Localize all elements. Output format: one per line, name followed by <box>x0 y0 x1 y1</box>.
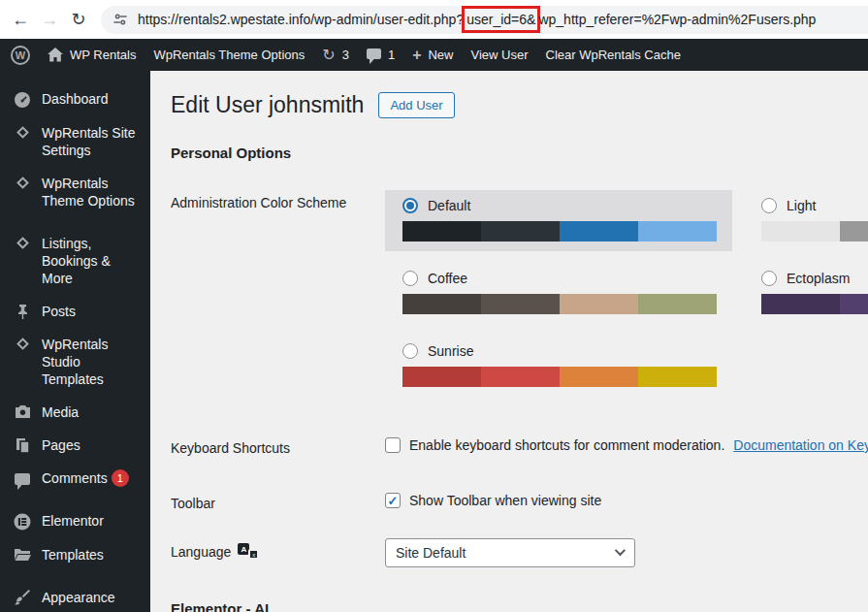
admin-bar-theme-options[interactable]: WpRentals Theme Options <box>145 39 313 71</box>
toolbar-checkbox[interactable] <box>385 493 401 508</box>
sidebar-item-dashboard[interactable]: Dashboard <box>0 82 150 116</box>
scheme-option-light[interactable]: Light <box>744 190 868 251</box>
sidebar-item-comments[interactable]: Comments1 <box>0 462 150 495</box>
sidebar-item-label: WpRentals Site Settings <box>42 124 145 159</box>
color-swatch <box>481 367 560 387</box>
sidebar-item-label: Pages <box>42 436 145 454</box>
sidebar-item-media[interactable]: Media <box>0 396 150 429</box>
new-label: New <box>428 48 453 62</box>
clear-cache-label: Clear WpRentals Cache <box>546 48 681 62</box>
tune-icon[interactable] <box>113 12 128 27</box>
screen: ← → ↻ https://rentals2.wpestate.info/wp-… <box>0 0 868 612</box>
home-icon <box>48 48 63 62</box>
radio-default[interactable] <box>402 198 418 213</box>
admin-bar-clear-cache[interactable]: Clear WpRentals Cache <box>537 39 690 71</box>
admin-bar-site-label: WP Rentals <box>70 48 136 62</box>
camera-icon <box>13 404 32 419</box>
scheme-name: Sunrise <box>428 343 473 359</box>
keyboard-shortcuts-doc-link[interactable]: Documentation on Keyboard Shortcuts <box>733 437 868 453</box>
color-swatch <box>481 221 560 242</box>
page-title-row: Edit User johnsmith Add User <box>171 92 868 118</box>
admin-bar-new[interactable]: + New <box>403 39 462 71</box>
sidebar-item-posts[interactable]: Posts <box>0 295 150 328</box>
url-prefix: https://rentals2.wpestate.info/wp-admin/… <box>138 12 464 27</box>
comments-badge: 1 <box>112 469 129 487</box>
sidebar-item-label: Listings, Bookings & More <box>42 235 145 287</box>
admin-bar-comments[interactable]: 1 <box>358 39 403 71</box>
color-swatch <box>402 221 481 242</box>
toolbar-text: Show Toolbar when viewing site <box>409 493 601 508</box>
scheme-option-default[interactable]: Default <box>385 190 732 251</box>
sidebar-item-theme-options[interactable]: WpRentals Theme Options <box>0 167 150 217</box>
diamond-icon <box>13 176 32 187</box>
scheme-swatches <box>402 367 715 387</box>
brush-icon <box>13 590 32 606</box>
sidebar-item-studio-templates[interactable]: WpRentals Studio Templates <box>0 328 150 396</box>
scheme-option-ectoplasm[interactable]: Ectoplasm <box>744 263 868 324</box>
sidebar-item-label: Comments1 <box>42 469 145 487</box>
diamond-icon <box>13 337 32 348</box>
sidebar-item-appearance[interactable]: Appearance <box>0 581 150 612</box>
admin-bar-site-name[interactable]: WP Rentals <box>39 39 145 71</box>
sidebar-item-label: Templates <box>42 546 145 564</box>
color-swatch <box>560 367 638 387</box>
page-title: Edit User johnsmith <box>171 92 364 118</box>
sidebar-item-site-settings[interactable]: WpRentals Site Settings <box>0 116 150 167</box>
elementor-ai-heading: Elementor - AI <box>171 600 868 612</box>
admin-bar-updates[interactable]: ↻ 3 <box>313 39 358 71</box>
color-swatch <box>402 294 481 314</box>
color-swatch <box>638 367 717 387</box>
radio-coffee[interactable] <box>402 271 418 286</box>
scheme-swatches <box>402 294 715 314</box>
browser-toolbar: ← → ↻ https://rentals2.wpestate.info/wp-… <box>0 0 868 39</box>
keyboard-shortcuts-checkbox[interactable] <box>385 437 401 453</box>
scheme-option-coffee[interactable]: Coffee <box>385 263 732 324</box>
radio-ectoplasm[interactable] <box>761 271 777 286</box>
scheme-name: Coffee <box>428 271 467 286</box>
reload-icon[interactable]: ↻ <box>64 5 93 34</box>
wordpress-logo-menu[interactable] <box>2 39 39 71</box>
pages-icon <box>13 437 32 454</box>
sidebar-item-label: WpRentals Theme Options <box>42 175 145 209</box>
scheme-name: Default <box>428 198 470 213</box>
chevron-down-icon <box>615 545 626 556</box>
sidebar-item-pages[interactable]: Pages <box>0 429 150 462</box>
language-select[interactable]: Site Default <box>385 538 635 567</box>
dashboard-icon <box>13 91 32 109</box>
scheme-option-sunrise[interactable]: Sunrise <box>385 336 732 397</box>
admin-sidebar: Dashboard WpRentals Site Settings WpRent… <box>0 71 150 612</box>
plus-icon: + <box>412 48 421 63</box>
radio-sunrise[interactable] <box>402 343 418 359</box>
radio-light[interactable] <box>761 198 777 213</box>
back-arrow-icon[interactable]: ← <box>6 5 35 34</box>
color-scheme-label: Administration Color Scheme <box>171 190 385 210</box>
sidebar-item-templates[interactable]: Templates <box>0 538 150 571</box>
personal-options-heading: Personal Options <box>171 145 868 161</box>
comments-count: 1 <box>388 48 395 62</box>
keyboard-shortcuts-row: Keyboard Shortcuts Enable keyboard short… <box>171 435 868 456</box>
admin-bar-view-user[interactable]: View User <box>462 39 536 71</box>
url-suffix: wp_http_referer=%2Fwp-admin%2Fusers.php <box>538 12 816 27</box>
view-user-label: View User <box>470 48 528 62</box>
color-swatch <box>761 294 840 314</box>
forward-arrow-icon[interactable]: → <box>35 5 64 34</box>
sidebar-item-elementor[interactable]: Elementor <box>0 504 150 538</box>
sidebar-item-label: WpRentals Studio Templates <box>42 336 145 388</box>
scheme-name: Ectoplasm <box>787 271 850 286</box>
url-highlight-box: user_id=6& <box>462 6 540 33</box>
color-swatch <box>761 221 840 242</box>
add-user-button[interactable]: Add User <box>378 92 454 118</box>
toolbar-label: Toolbar <box>171 491 385 511</box>
sidebar-item-listings[interactable]: Listings, Bookings & More <box>0 227 150 295</box>
url-bar[interactable]: https://rentals2.wpestate.info/wp-admin/… <box>101 6 868 34</box>
wp-admin-bar: WP Rentals WpRentals Theme Options ↻ 3 1… <box>0 39 868 71</box>
language-selected-value: Site Default <box>396 545 466 561</box>
keyboard-shortcuts-text: Enable keyboard shortcuts for comment mo… <box>409 437 724 453</box>
updates-count: 3 <box>342 48 349 62</box>
color-scheme-row: Administration Color Scheme Default <box>171 190 868 397</box>
sidebar-item-label: Media <box>42 403 145 421</box>
scheme-name: Light <box>787 198 816 213</box>
scheme-swatches <box>761 294 868 314</box>
sidebar-item-label: Posts <box>42 303 145 320</box>
sidebar-item-label: Appearance <box>42 589 145 606</box>
